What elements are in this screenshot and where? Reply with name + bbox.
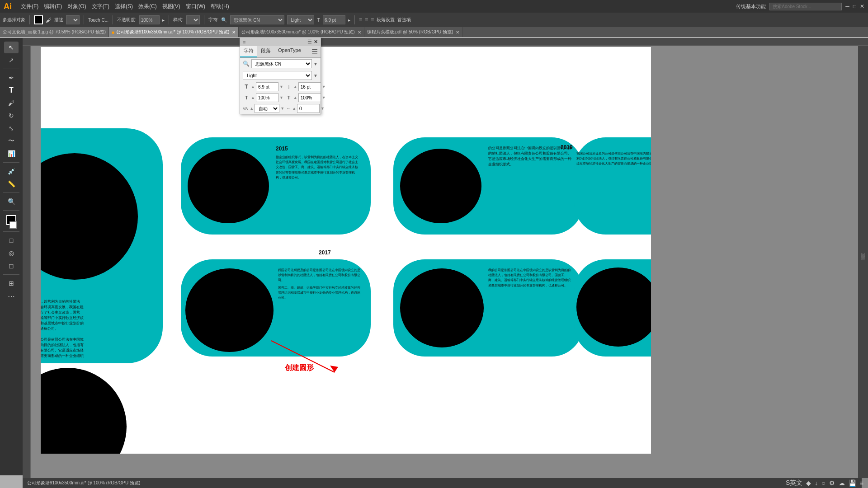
- opacity-input[interactable]: [139, 15, 160, 24]
- fp-weight-arrow[interactable]: ▼: [313, 73, 318, 78]
- font-size-input[interactable]: [323, 15, 345, 24]
- window-close[interactable]: ✕: [860, 3, 864, 9]
- tool-direct-select[interactable]: ↗: [4, 54, 19, 66]
- tool-sep-5: [3, 231, 19, 232]
- bottom-icon-down[interactable]: ↓: [815, 479, 818, 487]
- bottom-icon-save[interactable]: 💾: [849, 479, 856, 487]
- fp-up-kerning[interactable]: ▲: [292, 106, 296, 111]
- fp-font-weight-select[interactable]: Light: [243, 71, 312, 80]
- menu-view[interactable]: 视图(V): [162, 3, 180, 10]
- workspace-label[interactable]: 传统基本功能: [736, 3, 766, 10]
- menu-edit[interactable]: 编辑(E): [44, 3, 62, 10]
- fp-hscale-input[interactable]: [256, 93, 278, 102]
- fp-size-input[interactable]: [256, 82, 278, 91]
- tab-company-wall[interactable]: 公司文化墙_画板 1.jpg @ 70.59% (RGB/GPU 预览): [0, 27, 109, 37]
- align-right-icon[interactable]: ≡: [371, 17, 374, 23]
- fp-leading-input[interactable]: [298, 82, 321, 91]
- stroke-color[interactable]: [9, 221, 17, 229]
- tool-measure[interactable]: 📏: [4, 178, 19, 190]
- fp-panel-menu[interactable]: ☰: [307, 39, 312, 45]
- fp-panel-close[interactable]: ✕: [314, 39, 318, 45]
- window-minimize[interactable]: ─: [845, 3, 849, 9]
- tab-course-template[interactable]: 课程片头模板.pdf @ 50% (RGB/GPU 预览) ✕: [364, 27, 463, 37]
- menu-file[interactable]: 文件(F): [21, 3, 38, 10]
- tool-warp[interactable]: 〜: [4, 135, 19, 147]
- tool-pen[interactable]: ✒: [4, 72, 19, 84]
- tool-select[interactable]: ↖: [4, 42, 19, 53]
- fp-tracking-arrow[interactable]: ▼: [280, 106, 284, 111]
- menu-select[interactable]: 选择(S): [115, 3, 133, 10]
- search-icon[interactable]: 🔍: [221, 17, 227, 23]
- tool-mode-draw[interactable]: ◎: [4, 247, 19, 259]
- fp-tab-opentype[interactable]: OpenType: [274, 46, 305, 57]
- tool-mode-screen[interactable]: ◻: [4, 260, 19, 272]
- para-settings-label[interactable]: 段落设置: [377, 17, 395, 23]
- tool-more[interactable]: ⋯: [4, 290, 19, 302]
- fp-vscale-arrow[interactable]: ▼: [322, 95, 326, 100]
- fp-hscale-arrow[interactable]: ▼: [279, 95, 283, 100]
- fp-leading-unit-arrow[interactable]: ▼: [322, 84, 326, 89]
- fp-up-tracking[interactable]: ▲: [250, 106, 254, 111]
- brush-icon[interactable]: 🖌: [46, 17, 52, 23]
- window-maximize[interactable]: □: [853, 3, 856, 9]
- black-circle-2017: [185, 268, 274, 352]
- tool-brush[interactable]: 🖌: [4, 97, 19, 109]
- bottom-icon-menu[interactable]: ≡: [860, 479, 863, 487]
- fp-up-arrow-size[interactable]: ▲: [251, 84, 255, 89]
- bottom-icon-s[interactable]: S英文: [786, 479, 802, 487]
- tab-company-image-2[interactable]: 公司形象墙9100x3500mm.ai* @ 100% (RGB/GPU 预览)…: [239, 27, 364, 37]
- tool-eyedropper[interactable]: 💉: [4, 165, 19, 177]
- fp-tab-character[interactable]: 字符: [240, 46, 257, 57]
- fp-kerning-input[interactable]: [297, 104, 320, 113]
- fp-up-hscale[interactable]: ▲: [251, 95, 255, 100]
- style-select[interactable]: [186, 15, 200, 24]
- bottom-icon-gear[interactable]: ⚙: [829, 479, 835, 487]
- fp-up-arrow-leading[interactable]: ▲: [293, 84, 297, 89]
- fp-size-unit-arrow[interactable]: ▼: [279, 84, 283, 89]
- tab-close-3[interactable]: ✕: [456, 30, 459, 35]
- fp-tab-menu[interactable]: ☰: [309, 46, 321, 57]
- fp-vscale-input[interactable]: [298, 93, 321, 102]
- fp-kerning-arrow[interactable]: ▼: [321, 106, 325, 111]
- teal-card-2017: 我国公司法所提及的公司是依照公司法在中国境内设立的是以营利为目的的社团法人，包括…: [181, 259, 371, 357]
- fp-tracking-select[interactable]: 自动: [255, 104, 279, 113]
- fp-search-icon[interactable]: 🔍: [243, 61, 250, 67]
- bottom-icon-cloud[interactable]: ☁: [839, 479, 845, 487]
- fp-up-vscale[interactable]: ▲: [293, 95, 297, 100]
- font-name-select[interactable]: 思源黑体 CN: [230, 15, 284, 24]
- font-size-arrow[interactable]: ▸: [348, 18, 350, 23]
- touch-label: Touch C...: [88, 18, 108, 23]
- fp-kerning-item: ↔ ▲ ▼: [286, 104, 325, 113]
- fp-drag-handle[interactable]: ≡: [243, 39, 245, 45]
- menu-object[interactable]: 对象(O): [67, 3, 86, 10]
- tool-mode-normal[interactable]: □: [4, 235, 19, 246]
- tab-close-2[interactable]: ✕: [358, 30, 361, 35]
- align-center-icon[interactable]: ≡: [365, 17, 368, 23]
- menu-text[interactable]: 文字(T): [92, 3, 109, 10]
- stroke-color-box[interactable]: [34, 15, 43, 24]
- tool-scale[interactable]: ⤡: [4, 122, 19, 134]
- font-panel-header: ≡ ☰ ✕: [240, 38, 321, 46]
- opacity-arrow[interactable]: ▸: [162, 18, 165, 23]
- stock-search-input[interactable]: [769, 3, 842, 10]
- tab-company-image-1[interactable]: ■ 公司形象墙9100x3500mm.ai* @ 100% (RGB/GPU 预…: [109, 27, 239, 37]
- fp-font-name-arrow[interactable]: ▼: [313, 61, 318, 66]
- fp-font-name-select[interactable]: 思源黑体 CN: [251, 59, 312, 68]
- menu-window[interactable]: 窗口(W): [186, 3, 205, 10]
- brush-select[interactable]: [66, 15, 80, 24]
- font-weight-select[interactable]: Light: [287, 15, 314, 24]
- tool-zoom[interactable]: 🔍: [4, 196, 19, 207]
- align-left-icon[interactable]: ≡: [359, 17, 362, 23]
- tool-graph[interactable]: 📊: [4, 148, 19, 160]
- tab-close-1[interactable]: ✕: [232, 30, 236, 35]
- fp-leading-item: ↕ ▲ ▼: [285, 82, 326, 91]
- tool-text[interactable]: T: [4, 84, 19, 96]
- bottom-icon-circle[interactable]: ○: [821, 479, 825, 487]
- menu-help[interactable]: 帮助(H): [211, 3, 229, 10]
- tool-rotate[interactable]: ↻: [4, 110, 19, 122]
- bottom-icon-diamond[interactable]: ◆: [806, 479, 811, 487]
- tool-artboard[interactable]: ⊞: [4, 277, 19, 289]
- fp-tab-paragraph[interactable]: 段落: [257, 46, 274, 57]
- menu-effect[interactable]: 效果(C): [138, 3, 157, 10]
- select-opts-label[interactable]: 首选项: [397, 17, 411, 23]
